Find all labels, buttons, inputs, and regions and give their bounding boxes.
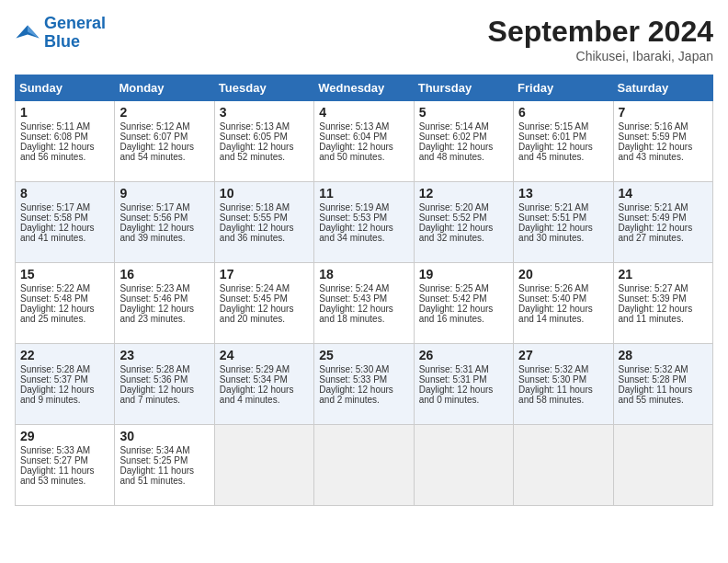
header-row: Sunday Monday Tuesday Wednesday Thursday… [16, 75, 713, 101]
sunset-label: Sunset: 5:49 PM [619, 213, 687, 223]
sunrise-label: Sunrise: 5:20 AM [419, 202, 489, 213]
month-title: September 2024 [488, 15, 713, 49]
sunrise-label: Sunrise: 5:27 AM [619, 283, 688, 293]
day-number: 20 [518, 267, 608, 282]
sunset-label: Sunset: 5:46 PM [119, 293, 188, 304]
day-number: 6 [518, 105, 608, 120]
logo-blue: Blue [44, 32, 80, 51]
day-number: 30 [119, 429, 209, 443]
day-number: 8 [20, 186, 109, 201]
sunrise-label: Sunrise: 5:13 AM [220, 121, 290, 132]
daylight-label: Daylight: 12 hours and 32 minutes. [419, 223, 494, 243]
sunset-label: Sunset: 5:58 PM [20, 213, 88, 223]
sunrise-label: Sunrise: 5:26 AM [518, 283, 588, 293]
logo: General Blue [15, 15, 106, 52]
table-row [414, 425, 513, 506]
sunrise-label: Sunrise: 5:21 AM [518, 202, 588, 213]
table-row: 26Sunrise: 5:31 AMSunset: 5:31 PMDayligh… [414, 344, 513, 425]
day-number: 22 [20, 348, 109, 362]
sunset-label: Sunset: 5:28 PM [619, 374, 687, 385]
sunset-label: Sunset: 5:48 PM [20, 293, 88, 304]
col-wednesday: Wednesday [314, 75, 414, 101]
daylight-label: Daylight: 12 hours and 50 minutes. [319, 142, 393, 162]
calendar-row: 29Sunrise: 5:33 AMSunset: 5:27 PMDayligh… [16, 425, 713, 506]
svg-marker-1 [28, 25, 40, 38]
table-row: 19Sunrise: 5:25 AMSunset: 5:42 PMDayligh… [414, 263, 513, 344]
table-row: 24Sunrise: 5:29 AMSunset: 5:34 PMDayligh… [214, 344, 313, 425]
day-number: 5 [419, 105, 508, 120]
sunset-label: Sunset: 5:59 PM [619, 132, 687, 142]
daylight-label: Daylight: 11 hours and 58 minutes. [518, 385, 593, 405]
table-row: 30Sunrise: 5:34 AMSunset: 5:25 PMDayligh… [115, 425, 214, 506]
sunset-label: Sunset: 5:31 PM [419, 374, 487, 385]
sunset-label: Sunset: 5:37 PM [20, 374, 88, 385]
sunrise-label: Sunrise: 5:12 AM [119, 121, 189, 132]
daylight-label: Daylight: 12 hours and 23 minutes. [119, 304, 194, 324]
table-row: 5Sunrise: 5:14 AMSunset: 6:02 PMDaylight… [414, 101, 513, 182]
sunset-label: Sunset: 5:45 PM [220, 293, 288, 304]
daylight-label: Daylight: 12 hours and 18 minutes. [319, 304, 393, 324]
day-number: 29 [20, 429, 109, 443]
sunrise-label: Sunrise: 5:34 AM [119, 445, 189, 455]
sunset-label: Sunset: 6:07 PM [119, 132, 188, 142]
table-row: 11Sunrise: 5:19 AMSunset: 5:53 PMDayligh… [314, 182, 414, 263]
day-number: 13 [518, 186, 608, 201]
day-number: 19 [419, 267, 508, 282]
sunrise-label: Sunrise: 5:32 AM [518, 364, 588, 374]
table-row: 28Sunrise: 5:32 AMSunset: 5:28 PMDayligh… [613, 344, 712, 425]
daylight-label: Daylight: 12 hours and 27 minutes. [619, 223, 693, 243]
logo-icon [15, 20, 40, 46]
table-row: 13Sunrise: 5:21 AMSunset: 5:51 PMDayligh… [514, 182, 613, 263]
sunrise-label: Sunrise: 5:33 AM [20, 445, 90, 455]
day-number: 11 [319, 186, 408, 201]
table-row: 2Sunrise: 5:12 AMSunset: 6:07 PMDaylight… [115, 101, 214, 182]
daylight-label: Daylight: 12 hours and 14 minutes. [518, 304, 593, 324]
calendar-row: 8Sunrise: 5:17 AMSunset: 5:58 PMDaylight… [16, 182, 713, 263]
sunrise-label: Sunrise: 5:28 AM [20, 364, 90, 374]
sunrise-label: Sunrise: 5:21 AM [619, 202, 688, 213]
daylight-label: Daylight: 12 hours and 56 minutes. [20, 142, 95, 162]
table-row [214, 425, 313, 506]
col-monday: Monday [115, 75, 214, 101]
sunset-label: Sunset: 5:33 PM [319, 374, 387, 385]
sunset-label: Sunset: 6:04 PM [319, 132, 387, 142]
daylight-label: Daylight: 12 hours and 0 minutes. [419, 385, 494, 405]
table-row: 15Sunrise: 5:22 AMSunset: 5:48 PMDayligh… [16, 263, 115, 344]
day-number: 17 [220, 267, 309, 282]
sunrise-label: Sunrise: 5:13 AM [319, 121, 389, 132]
daylight-label: Daylight: 12 hours and 43 minutes. [619, 142, 693, 162]
day-number: 7 [619, 105, 708, 120]
daylight-label: Daylight: 12 hours and 25 minutes. [20, 304, 95, 324]
table-row [514, 425, 613, 506]
sunrise-label: Sunrise: 5:28 AM [119, 364, 189, 374]
table-row: 8Sunrise: 5:17 AMSunset: 5:58 PMDaylight… [16, 182, 115, 263]
daylight-label: Daylight: 11 hours and 51 minutes. [119, 465, 194, 486]
daylight-label: Daylight: 12 hours and 39 minutes. [119, 223, 194, 243]
sunset-label: Sunset: 5:56 PM [119, 213, 188, 223]
table-row: 29Sunrise: 5:33 AMSunset: 5:27 PMDayligh… [16, 425, 115, 506]
daylight-label: Daylight: 12 hours and 34 minutes. [319, 223, 393, 243]
daylight-label: Daylight: 11 hours and 53 minutes. [20, 465, 95, 486]
daylight-label: Daylight: 12 hours and 54 minutes. [119, 142, 194, 162]
sunrise-label: Sunrise: 5:24 AM [319, 283, 389, 293]
col-saturday: Saturday [613, 75, 712, 101]
sunset-label: Sunset: 6:02 PM [419, 132, 487, 142]
day-number: 15 [20, 267, 109, 282]
table-row: 22Sunrise: 5:28 AMSunset: 5:37 PMDayligh… [16, 344, 115, 425]
day-number: 1 [20, 105, 109, 120]
table-row: 23Sunrise: 5:28 AMSunset: 5:36 PMDayligh… [115, 344, 214, 425]
sunset-label: Sunset: 5:40 PM [518, 293, 586, 304]
daylight-label: Daylight: 12 hours and 30 minutes. [518, 223, 593, 243]
logo-general: General [44, 14, 106, 32]
calendar-row: 22Sunrise: 5:28 AMSunset: 5:37 PMDayligh… [16, 344, 713, 425]
daylight-label: Daylight: 12 hours and 45 minutes. [518, 142, 593, 162]
sunset-label: Sunset: 6:08 PM [20, 132, 88, 142]
table-row: 6Sunrise: 5:15 AMSunset: 6:01 PMDaylight… [514, 101, 613, 182]
day-number: 16 [119, 267, 209, 282]
sunrise-label: Sunrise: 5:32 AM [619, 364, 688, 374]
page-header: General Blue September 2024 Chikusei, Ib… [15, 15, 713, 63]
sunset-label: Sunset: 5:34 PM [220, 374, 288, 385]
day-number: 4 [319, 105, 408, 120]
sunrise-label: Sunrise: 5:17 AM [20, 202, 90, 213]
table-row: 14Sunrise: 5:21 AMSunset: 5:49 PMDayligh… [613, 182, 712, 263]
